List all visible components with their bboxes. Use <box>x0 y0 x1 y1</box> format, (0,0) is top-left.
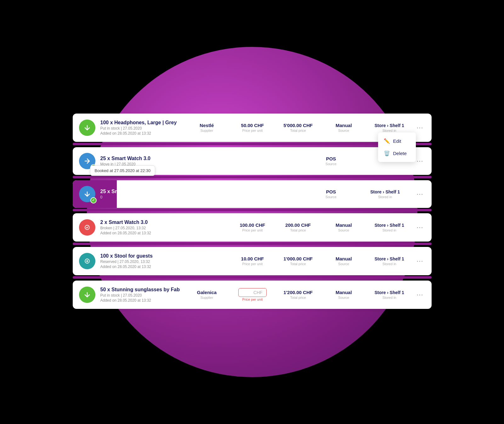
total-col-6: 1'200.00 CHF Total price <box>278 290 318 299</box>
source-col-1: Manual Source <box>323 123 364 132</box>
price-label-6: Price per unit <box>232 298 273 301</box>
separator-bar-3 <box>73 209 432 211</box>
item-action-4: Broken | 27.05.2020, 13:32 <box>100 226 182 230</box>
avatar-6 <box>79 287 95 303</box>
delete-icon: 🗑️ <box>384 150 390 156</box>
total-label-1: Total price <box>278 129 318 132</box>
inventory-card-2: ✓ 25 x Smart Watch 3.0 Move in | 27.05.2… <box>73 147 432 175</box>
total-label-4: Total price <box>278 228 318 232</box>
item-info-2: 25 x Smart Watch 3.0 Move in | 27.05.202… <box>100 156 199 166</box>
supplier-col-6: Galenica Supplier <box>186 290 227 299</box>
stored-value-3: Store › Shelf 1 <box>360 189 410 194</box>
item-added-4: Added on 28.05.2020 at 13:32 <box>100 231 182 235</box>
source-col-3: POS Source <box>307 189 356 199</box>
price-col-6: CHF Price per unit <box>232 288 273 301</box>
source-value-5: Manual <box>323 256 364 261</box>
total-value-6: 1'200.00 CHF <box>278 290 318 295</box>
source-value-4: Manual <box>323 222 364 228</box>
item-name-3: Smart Watch 3.0 <box>111 189 150 194</box>
edit-icon: ✏️ <box>384 138 390 144</box>
item-name-6: Stunning sunglasses by Fab <box>111 287 180 292</box>
total-label-6: Total price <box>278 296 318 299</box>
item-name-2: Smart Watch 3.0 <box>111 156 150 161</box>
item-info-1: 100 x Headphones, Large | Grey Put in st… <box>100 120 182 136</box>
stored-label-1: Stored in <box>369 129 410 132</box>
edit-menu-item[interactable]: ✏️ Edit <box>378 135 416 147</box>
price-input-6[interactable]: CHF <box>238 288 267 297</box>
price-value-5: 10.00 CHF <box>232 256 273 261</box>
more-button-1[interactable]: ··· <box>415 124 425 132</box>
source-label-3: Source <box>307 195 356 199</box>
item-count-3: 25 <box>100 189 106 194</box>
stored-col-6: Store › Shelf 1 Stored in <box>369 290 410 299</box>
stored-col-1: Store › Shelf 1 Stored in <box>369 123 410 132</box>
item-name-4: Smart Watch 3.0 <box>109 220 148 225</box>
item-action-5: Reserved | 27.05.2020, 13:32 <box>100 259 182 264</box>
avatar-5 <box>79 253 95 269</box>
item-action-1: Put in stock | 27.05.2020 <box>100 126 182 131</box>
price-label-1: Price per unit <box>232 129 273 132</box>
source-value-1: Manual <box>323 123 364 128</box>
tooltip-2: Booked at 27.05.2020 at 22:30 <box>90 165 156 176</box>
stored-col-4: Store › Shelf 1 Stored in <box>369 223 410 232</box>
stored-col-5: Store › Shelf 1 Stored in <box>369 256 410 266</box>
stored-col-3: Store › Shelf 1 Stored in <box>360 189 410 199</box>
more-button-4[interactable]: ··· <box>415 223 425 232</box>
separator-bar-2 <box>73 176 432 178</box>
supplier-name-1: Nestlé <box>186 123 227 128</box>
source-col-6: Manual Source <box>323 290 364 299</box>
total-label-5: Total price <box>278 262 318 266</box>
more-button-5[interactable]: ··· <box>415 257 425 265</box>
item-info-6: 50 x Stunning sunglasses by Fab Put in s… <box>100 287 182 303</box>
total-col-1: 5'000.00 CHF Total price <box>278 123 318 132</box>
item-action-3: 0 <box>100 195 199 199</box>
item-info-4: 2 x Smart Watch 3.0 Broken | 27.05.2020,… <box>100 220 182 235</box>
more-button-3[interactable]: ··· <box>415 190 425 198</box>
stored-value-4: Store › Shelf 1 <box>369 223 410 228</box>
item-count-4: 2 <box>100 220 103 225</box>
inventory-card-1: 100 x Headphones, Large | Grey Put in st… <box>73 114 432 142</box>
inventory-card-5: 100 x Stool for guests Reserved | 27.05.… <box>73 247 432 275</box>
dropdown-menu-1: ✏️ Edit 🗑️ Delete <box>378 132 416 162</box>
price-col-1: 50.00 CHF Price per unit <box>232 123 273 132</box>
stored-value-6: Store › Shelf 1 <box>369 290 410 295</box>
more-button-2[interactable]: ··· <box>415 157 425 165</box>
item-added-5: Added on 28.05.2020 at 13:32 <box>100 265 182 269</box>
source-label-5: Source <box>323 262 364 266</box>
item-info-5: 100 x Stool for guests Reserved | 27.05.… <box>100 253 182 269</box>
item-action-6: Put in stock | 27.05.2020 <box>100 293 182 298</box>
total-col-4: 200.00 CHF Total price <box>278 222 318 232</box>
delete-menu-item[interactable]: 🗑️ Delete <box>378 147 416 159</box>
item-title-6: 50 x Stunning sunglasses by Fab <box>100 287 182 293</box>
price-label-4: Price per unit <box>232 228 273 232</box>
supplier-name-6: Galenica <box>186 290 227 295</box>
source-label-4: Source <box>323 228 364 232</box>
source-col-4: Manual Source <box>323 222 364 232</box>
price-label-5: Price per unit <box>232 262 273 266</box>
separator-bar-1 <box>73 143 432 145</box>
item-count-6: 50 <box>100 287 106 292</box>
separator-bar-5 <box>73 276 432 279</box>
source-label-2: Source <box>307 162 356 166</box>
total-value-5: 1'000.00 CHF <box>278 256 318 261</box>
total-col-5: 1'000.00 CHF Total price <box>278 256 318 266</box>
item-count-2: 25 <box>100 156 106 161</box>
separator-bar-4 <box>73 243 432 245</box>
supplier-col-1: Nestlé Supplier <box>186 123 227 132</box>
source-value-6: Manual <box>323 290 364 295</box>
item-count-5: 100 <box>100 253 109 259</box>
source-value-3: POS <box>307 189 356 194</box>
check-badge-3: ✓ <box>90 197 97 204</box>
inventory-card-3: ✓ 25 x Smart Watch 3.0 0 POS Source Stor… <box>73 180 432 208</box>
edit-label: Edit <box>393 138 401 144</box>
price-value-4: 100.00 CHF <box>232 222 273 228</box>
delete-label: Delete <box>393 151 407 156</box>
more-button-6[interactable]: ··· <box>415 291 425 299</box>
item-title-1: 100 x Headphones, Large | Grey <box>100 120 182 126</box>
cards-list: 100 x Headphones, Large | Grey Put in st… <box>73 114 432 311</box>
source-value-2: POS <box>307 156 356 161</box>
supplier-label-1: Supplier <box>186 129 227 132</box>
stored-label-3: Stored in <box>360 195 410 199</box>
item-title-3: 25 x Smart Watch 3.0 <box>100 189 199 194</box>
item-name-1: Headphones, Large | Grey <box>114 120 177 125</box>
